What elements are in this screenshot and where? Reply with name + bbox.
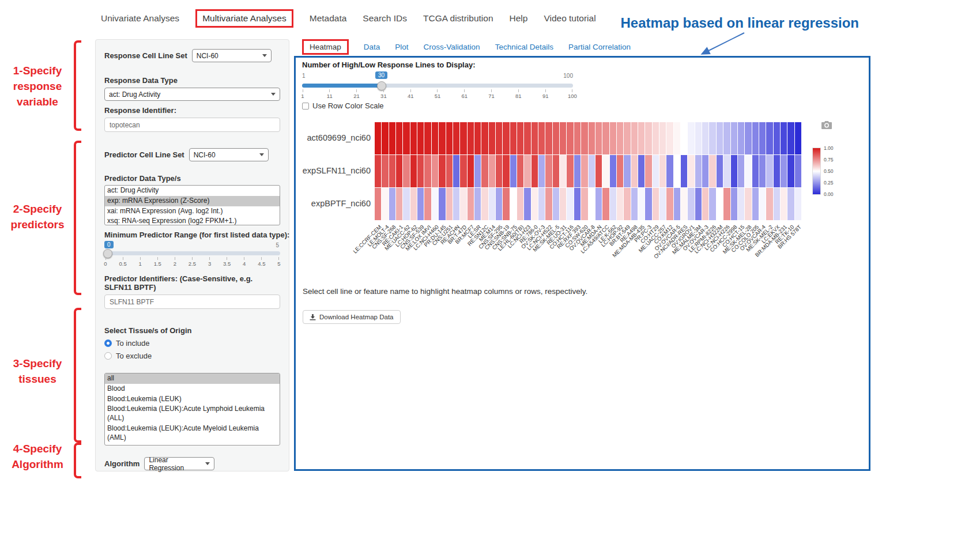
heatmap-cell[interactable]	[688, 122, 694, 154]
heatmap-cell[interactable]	[717, 122, 723, 154]
download-heatmap-button[interactable]: Download Heatmap Data	[303, 310, 401, 324]
algorithm-select[interactable]: Linear Regression	[144, 457, 214, 470]
camera-icon[interactable]	[821, 121, 832, 129]
option-exp-mrna-expression-z-score[interactable]: exp: mRNA Expression (Z-Score)	[105, 196, 280, 206]
heatmap-cell[interactable]	[545, 122, 552, 154]
heatmap-cell[interactable]	[752, 122, 759, 154]
tab-partial-correlation[interactable]: Partial Correlation	[568, 43, 631, 51]
heatmap-cell[interactable]	[781, 188, 787, 220]
row-color-scale-checkbox[interactable]: Use Row Color Scale	[302, 101, 384, 110]
heatmap-cell[interactable]	[574, 155, 581, 187]
heatmap-cell[interactable]	[538, 122, 545, 154]
option-xai-mrna-expression-avg-log2-int[interactable]: xai: mRNA Expression (Avg. log2 Int.)	[105, 206, 280, 217]
heatmap-cell[interactable]	[410, 122, 417, 154]
heatmap-cell[interactable]	[532, 122, 538, 154]
heatmap-cell[interactable]	[489, 188, 495, 220]
heatmap-cell[interactable]	[389, 188, 395, 220]
heatmap-cell[interactable]	[474, 188, 481, 220]
heatmap-cell[interactable]	[795, 188, 801, 220]
heatmap-cell[interactable]	[574, 122, 581, 154]
heatmap-cell[interactable]	[666, 122, 673, 154]
heatmap-cell[interactable]	[389, 155, 395, 187]
heatmap-cell[interactable]	[752, 188, 759, 220]
heatmap-cell[interactable]	[432, 122, 438, 154]
heatmap-cell[interactable]	[787, 188, 794, 220]
heatmap-row-label[interactable]: act609699_nci60	[296, 133, 371, 142]
heatmap-cell[interactable]	[496, 155, 502, 187]
heatmap-cell[interactable]	[468, 188, 474, 220]
nav-item-tcga-distribution[interactable]: TCGA distribution	[423, 13, 493, 24]
heatmap-cell[interactable]	[638, 188, 644, 220]
heatmap-cell[interactable]	[581, 122, 587, 154]
option-blood-leukemia-leuk-chronic-myelogenous-leukemia-cml[interactable]: Blood:Leukemia (LEUK):Chronic Myelogenou…	[105, 443, 280, 446]
heatmap-cell[interactable]	[496, 188, 502, 220]
heatmap-cell[interactable]	[731, 155, 737, 187]
heatmap-cell[interactable]	[787, 155, 794, 187]
heatmap-cell[interactable]	[460, 122, 466, 154]
heatmap-cell[interactable]	[503, 122, 509, 154]
heatmap-cell[interactable]	[446, 122, 453, 154]
heatmap-cell[interactable]	[510, 188, 517, 220]
heatmap-cell[interactable]	[524, 155, 530, 187]
heatmap-cell[interactable]	[659, 122, 666, 154]
min-predictor-range-slider[interactable]: 0 5 0 00.511.522.533.544.55	[104, 241, 280, 269]
nav-item-help[interactable]: Help	[510, 13, 528, 24]
nav-item-metadata[interactable]: Metadata	[310, 13, 347, 24]
heatmap-cell[interactable]	[624, 188, 630, 220]
heatmap-cell[interactable]	[688, 155, 694, 187]
heatmap-cell[interactable]	[553, 122, 559, 154]
heatmap-cell[interactable]	[602, 122, 609, 154]
heatmap-cell[interactable]	[424, 122, 431, 154]
heatmap-cell[interactable]	[453, 188, 459, 220]
heatmap-cell[interactable]	[738, 155, 744, 187]
heatmap-cell[interactable]	[532, 155, 538, 187]
heatmap-cell[interactable]	[610, 155, 616, 187]
radio-icon[interactable]	[104, 352, 112, 360]
heatmap-cell[interactable]	[745, 188, 751, 220]
heatmap-cell[interactable]	[489, 122, 495, 154]
checkbox-icon[interactable]	[302, 103, 309, 110]
heatmap-cell[interactable]	[424, 188, 431, 220]
heatmap-cell[interactable]	[560, 122, 566, 154]
predictor-data-types-list[interactable]: act: Drug Activityexp: mRNA Expression (…	[104, 185, 280, 225]
heatmap-cell[interactable]	[702, 188, 708, 220]
heatmap-cell[interactable]	[481, 155, 488, 187]
heatmap-cell[interactable]	[382, 122, 388, 154]
heatmap-cell[interactable]	[396, 122, 402, 154]
nav-item-multivariate-analyses[interactable]: Multivariate Analyses	[195, 9, 293, 28]
heatmap-cell[interactable]	[774, 188, 780, 220]
heatmap-cell[interactable]	[774, 155, 780, 187]
heatmap-cell[interactable]	[759, 155, 766, 187]
heatmap-cell[interactable]	[595, 122, 602, 154]
heatmap-cell[interactable]	[702, 155, 708, 187]
heatmap-cell[interactable]	[766, 122, 772, 154]
heatmap-cell[interactable]	[759, 188, 766, 220]
heatmap-cell[interactable]	[439, 188, 445, 220]
heatmap-cell[interactable]	[589, 188, 595, 220]
tab-technical-details[interactable]: Technical Details	[495, 43, 553, 51]
heatmap-cell[interactable]	[774, 122, 780, 154]
heatmap-cell[interactable]	[702, 122, 708, 154]
heatmap-row-label[interactable]: expSLFN11_nci60	[296, 166, 371, 175]
response-cell-line-set-select[interactable]: NCI-60	[192, 49, 272, 62]
tab-data[interactable]: Data	[364, 43, 380, 51]
heatmap-cell[interactable]	[439, 122, 445, 154]
heatmap-cell[interactable]	[510, 122, 517, 154]
heatmap-cell[interactable]	[695, 188, 702, 220]
heatmap-cell[interactable]	[496, 122, 502, 154]
heatmap-cell[interactable]	[709, 188, 715, 220]
heatmap-cell[interactable]	[781, 155, 787, 187]
heatmap-cell[interactable]	[759, 122, 766, 154]
radio-to-include[interactable]: To include	[104, 339, 280, 348]
heatmap-cell[interactable]	[645, 155, 651, 187]
heatmap-cell[interactable]	[624, 122, 630, 154]
heatmap-cell[interactable]	[617, 155, 623, 187]
heatmap-cell[interactable]	[752, 155, 759, 187]
heatmap-cell[interactable]	[403, 122, 409, 154]
heatmap-cell[interactable]	[424, 155, 431, 187]
heatmap-cell[interactable]	[709, 155, 715, 187]
heatmap-cell[interactable]	[403, 155, 409, 187]
radio-to-exclude[interactable]: To exclude	[104, 352, 280, 360]
heatmap-cell[interactable]	[674, 188, 680, 220]
heatmap-cell[interactable]	[545, 155, 552, 187]
